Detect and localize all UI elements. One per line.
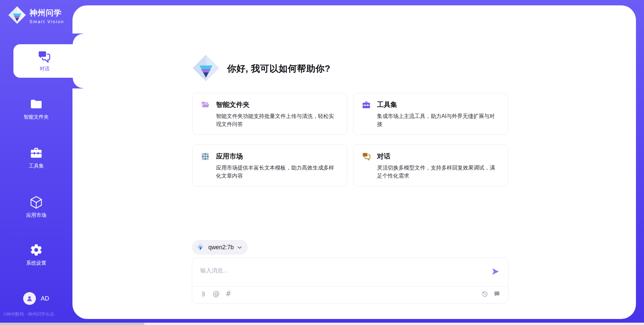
send-icon — [492, 268, 499, 275]
history-button[interactable] — [481, 290, 488, 298]
toolbox-icon — [362, 101, 371, 109]
chat-bubbles-icon — [362, 152, 371, 160]
sidebar-footer: ©神州数码 · 神州问学出品 — [3, 311, 74, 317]
history-icon — [481, 290, 488, 298]
feedback-bubble-icon — [493, 290, 500, 298]
hashtag-icon: # — [225, 290, 231, 298]
sidebar-item-smart-folder[interactable]: 智能文件夹 — [0, 97, 72, 120]
sidebar-item-label: 工具集 — [29, 163, 44, 169]
folder-icon — [30, 97, 43, 111]
user-label: AD — [41, 295, 49, 302]
greeting-text: 你好, 我可以如何帮助你? — [227, 63, 330, 75]
sidebar-item-label: 系统设置 — [26, 260, 46, 266]
cube-icon — [30, 195, 43, 209]
card-smart-folder[interactable]: 智能文件夹 智能文件夹功能支持批量文件上传与清洗，轻松实现文件问答 — [192, 93, 347, 135]
card-app-market[interactable]: 应用市场 应用市场提供丰富长文本模板，助力高效生成多样化文章内容 — [192, 144, 347, 186]
sidebar-item-label: 对话 — [40, 66, 50, 72]
model-selector[interactable]: qwen2:7b — [192, 240, 248, 255]
card-description: 集成市场上主流工具，助力AI与外界无缝扩展与对接 — [377, 112, 500, 128]
main-content: 你好, 我可以如何帮助你? 智能文件夹 智能文件夹功能支持批量文件上传与清洗，轻… — [72, 5, 636, 319]
person-icon — [26, 295, 33, 302]
feedback-button[interactable] — [493, 290, 500, 298]
feature-cards: 智能文件夹 智能文件夹功能支持批量文件上传与清洗，轻松实现文件问答 工具集 集成… — [192, 93, 508, 186]
greeting: 你好, 我可以如何帮助你? — [192, 54, 330, 83]
card-chat[interactable]: 对话 灵活切换多模型文件，支持多样回复效果调试，满足个性化需求 — [353, 144, 508, 186]
card-description: 智能文件夹功能支持批量文件上传与清洗，轻松实现文件问答 — [216, 112, 339, 128]
card-title: 工具集 — [377, 100, 397, 109]
card-description: 应用市场提供丰富长文本模板，助力高效生成多样化文章内容 — [216, 164, 339, 180]
composer: @ # — [192, 258, 508, 304]
app-window: 神州问学 Smart Vision 对话 智能文件夹 — [0, 0, 644, 325]
folder-open-icon — [201, 101, 210, 109]
user-account[interactable]: AD — [0, 292, 72, 305]
card-toolset[interactable]: 工具集 集成市场上主流工具，助力AI与外界无缝扩展与对接 — [353, 93, 508, 135]
sidebar-item-app-market[interactable]: 应用市场 — [0, 195, 72, 218]
model-name: qwen2:7b — [208, 244, 234, 251]
card-title: 对话 — [377, 152, 390, 161]
grid-icon — [201, 152, 210, 161]
brand-subtitle: Smart Vision — [30, 19, 64, 24]
sidebar-item-label: 应用市场 — [26, 212, 46, 218]
sidebar-item-chat[interactable]: 对话 — [13, 44, 76, 78]
attach-button[interactable] — [200, 290, 207, 298]
scrollbar-thumb[interactable] — [0, 323, 144, 325]
sidebar-item-settings[interactable]: 系统设置 — [0, 243, 72, 266]
at-icon: @ — [213, 290, 220, 298]
card-title: 应用市场 — [216, 152, 243, 161]
horizontal-scrollbar[interactable] — [0, 323, 644, 325]
brand: 神州问学 Smart Vision — [8, 6, 64, 25]
chevron-down-icon — [237, 245, 242, 250]
composer-divider — [192, 286, 508, 286]
send-button[interactable] — [492, 268, 499, 276]
brand-logo-icon — [8, 6, 26, 25]
avatar — [23, 292, 36, 305]
paperclip-icon — [200, 290, 207, 298]
brand-name: 神州问学 — [30, 8, 64, 18]
mention-button[interactable]: @ — [213, 290, 220, 298]
sidebar-item-toolset[interactable]: 工具集 — [0, 146, 72, 169]
message-input[interactable] — [200, 263, 479, 278]
sidebar-item-label: 智能文件夹 — [24, 114, 49, 120]
model-logo-icon — [197, 243, 205, 252]
topic-button[interactable]: # — [225, 290, 231, 298]
card-description: 灵活切换多模型文件，支持多样回复效果调试，满足个性化需求 — [377, 164, 500, 180]
card-title: 智能文件夹 — [216, 100, 250, 109]
greeting-logo-icon — [192, 54, 220, 83]
gear-icon — [30, 243, 43, 257]
chat-bubbles-icon — [38, 50, 52, 63]
toolbox-icon — [30, 146, 43, 159]
